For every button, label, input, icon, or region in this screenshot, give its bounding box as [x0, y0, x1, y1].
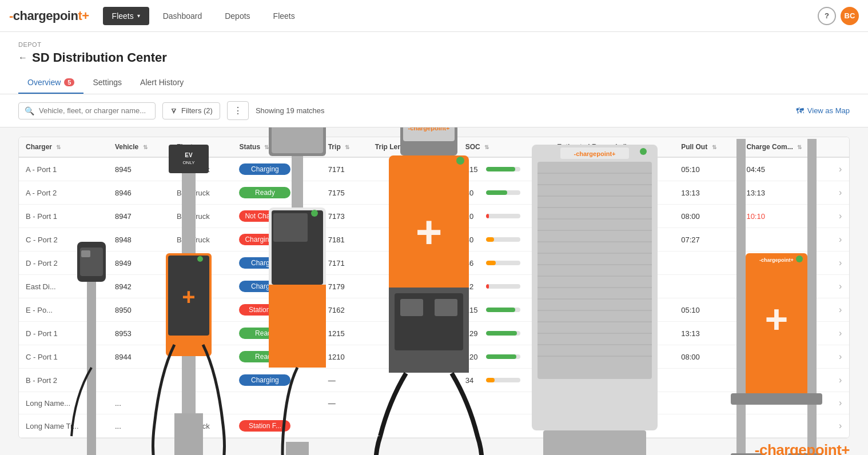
range-value: 36	[557, 259, 574, 268]
col-estimated-range[interactable]: Estimated Range (mi) ⇅	[550, 137, 674, 157]
nav-depots[interactable]: Depots	[216, 7, 259, 25]
cell-trip: 7181	[321, 228, 368, 252]
cell-vehicle[interactable]: 8942	[108, 275, 170, 298]
expand-row-button[interactable]: ›	[839, 281, 842, 291]
cell-expand[interactable]: ›	[832, 322, 849, 345]
cell-vehicle[interactable]: ...	[108, 392, 170, 414]
table-row: B - Port 18947Box TruckNot Charging7173 …	[19, 205, 849, 228]
cell-expand[interactable]: ›	[832, 275, 849, 298]
view-map-button[interactable]: 🗺 View as Map	[796, 106, 850, 115]
expand-row-button[interactable]: ›	[839, 211, 842, 221]
soc-fill	[486, 331, 517, 336]
cell-expand[interactable]: ›	[832, 392, 849, 414]
cell-charge-complete	[739, 252, 832, 275]
cell-vehicle[interactable]: 8953	[108, 322, 170, 345]
expand-row-button[interactable]: ›	[839, 328, 842, 338]
sort-icon-charger: ⇅	[56, 144, 61, 150]
cell-expand[interactable]: ›	[832, 157, 849, 181]
bottom-watermark: -chargepoint+	[755, 441, 850, 455]
expand-row-button[interactable]: ›	[839, 164, 842, 174]
cell-status: Charging, L...	[232, 228, 321, 252]
nav-dashboard[interactable]: Dashboard	[154, 7, 212, 25]
cell-estimated-range: 120	[550, 345, 674, 369]
top-nav: -chargepoint+ Fleets ▾ Dashboard Depots …	[0, 0, 868, 32]
soc-fill	[486, 261, 496, 265]
nav-fleets[interactable]: Fleets	[264, 7, 304, 25]
soc-bar-container: 115	[465, 306, 544, 314]
sort-icon-status: ⇅	[264, 144, 269, 150]
range-value: 129	[557, 329, 574, 338]
col-trip-length[interactable]: Trip Length ... ⇅	[368, 137, 459, 157]
help-button[interactable]: ?	[818, 7, 836, 25]
col-vehicle[interactable]: Vehicle ⇅	[108, 137, 170, 157]
fleets-dropdown-btn[interactable]: Fleets ▾	[103, 7, 149, 25]
cell-soc	[459, 392, 551, 414]
cell-vehicle[interactable]: 8947	[108, 205, 170, 228]
expand-row-button[interactable]: ›	[839, 398, 842, 408]
soc-value: 129	[465, 329, 483, 338]
range-bar	[578, 261, 635, 265]
soc-bar	[486, 261, 520, 265]
cell-vehicle[interactable]	[108, 369, 170, 392]
range-bar-container: 36	[557, 259, 667, 268]
col-soc[interactable]: SOC ⇅	[459, 137, 551, 157]
cell-fleet	[170, 275, 232, 298]
tabs: Overview 5 Settings Alert History	[18, 72, 850, 94]
cell-vehicle[interactable]: 8944	[108, 345, 170, 369]
soc-fill	[486, 284, 489, 289]
cell-vehicle[interactable]: 8948	[108, 228, 170, 252]
cell-fleet: Box Truck	[170, 414, 232, 438]
cell-vehicle[interactable]: 8950	[108, 298, 170, 322]
expand-row-button[interactable]: ›	[839, 352, 842, 361]
soc-bar-container: 30	[465, 236, 544, 244]
col-fleet[interactable]: Fleet ⇅	[170, 137, 232, 157]
cell-vehicle[interactable]: 8946	[108, 181, 170, 205]
col-charger[interactable]: Charger ⇅	[19, 137, 108, 157]
cell-expand[interactable]: ›	[832, 414, 849, 438]
user-avatar[interactable]: BC	[841, 7, 859, 25]
col-charge-complete[interactable]: Charge Com... ⇅	[739, 137, 832, 157]
table-row: C - Port 18944Ready1210 120 120 08:0007:…	[19, 345, 849, 369]
expand-row-button[interactable]: ›	[839, 421, 842, 430]
status-badge: Charging	[239, 257, 290, 269]
search-input[interactable]	[39, 106, 149, 115]
cell-expand[interactable]: ›	[832, 205, 849, 228]
cell-vehicle[interactable]: 8945	[108, 157, 170, 181]
more-options-button[interactable]: ⋮	[227, 101, 249, 120]
tab-alert-history[interactable]: Alert History	[131, 72, 193, 94]
range-bar	[578, 331, 635, 336]
col-pull-out[interactable]: Pull Out ⇅	[674, 137, 739, 157]
expand-row-button[interactable]: ›	[839, 187, 842, 197]
col-status[interactable]: Status ⇅	[232, 137, 321, 157]
cell-expand[interactable]: ›	[832, 298, 849, 322]
cell-expand[interactable]: ›	[832, 345, 849, 369]
range-bar-container: 129	[557, 329, 667, 338]
tab-settings[interactable]: Settings	[83, 72, 131, 94]
cell-vehicle[interactable]: 8949	[108, 252, 170, 275]
expand-row-button[interactable]: ›	[839, 305, 842, 314]
cell-estimated-range	[550, 414, 674, 438]
cell-fleet: Box Truck	[170, 157, 232, 181]
cell-expand[interactable]: ›	[832, 252, 849, 275]
filter-button[interactable]: ⛛ Filters (2)	[162, 102, 220, 119]
cell-fleet	[170, 369, 232, 392]
table-row: East Di...8942Charging7179 12 12 ›	[19, 275, 849, 298]
range-bar	[578, 308, 635, 312]
cell-soc	[459, 414, 551, 438]
tab-overview[interactable]: Overview 5	[18, 72, 83, 94]
expand-row-button[interactable]: ›	[839, 375, 842, 385]
col-trip[interactable]: Trip ⇅	[321, 137, 368, 157]
cell-expand[interactable]: ›	[832, 228, 849, 252]
status-badge: Station F...	[239, 420, 290, 432]
search-box[interactable]: 🔍	[18, 102, 156, 119]
cell-trip: 1215	[321, 322, 368, 345]
cell-charger: B - Port 2	[19, 369, 108, 392]
expand-row-button[interactable]: ›	[839, 234, 842, 244]
expand-row-button[interactable]: ›	[839, 258, 842, 268]
cell-vehicle[interactable]: ...	[108, 414, 170, 438]
cell-expand[interactable]: ›	[832, 369, 849, 392]
logo-text: -chargepoint+	[9, 9, 89, 23]
back-button[interactable]: ←	[18, 53, 27, 63]
cell-expand[interactable]: ›	[832, 181, 849, 205]
soc-value: 120	[465, 353, 483, 361]
